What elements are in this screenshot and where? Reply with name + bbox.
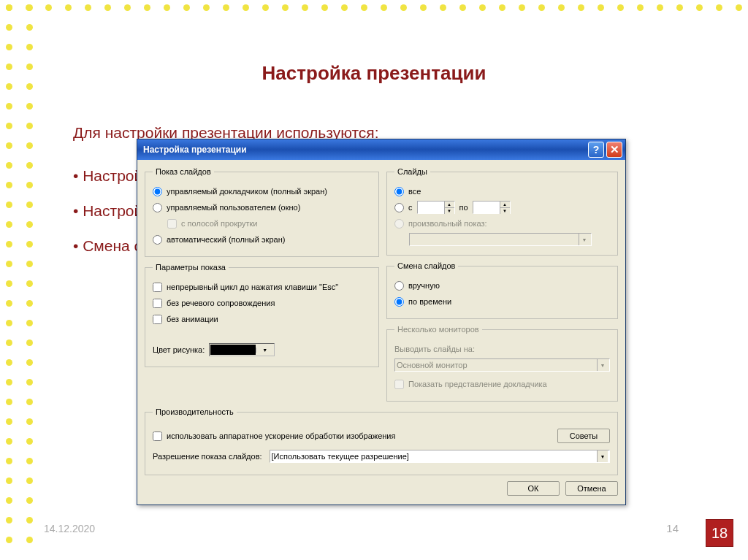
group-show-params: Параметры показа непрерывный цикл до наж… — [145, 263, 379, 367]
legend-slides: Слайды — [394, 167, 430, 176]
check-hw-accel[interactable]: использовать аппаратное ускорение обрабо… — [153, 429, 550, 442]
radio-user[interactable]: управляемый пользователем (окно) — [153, 201, 371, 214]
group-advance: Смена слайдов вручную по времени — [386, 261, 618, 319]
from-label: с — [408, 203, 413, 212]
radio-custom-input — [394, 219, 404, 229]
radio-manual-label: вручную — [408, 281, 440, 290]
slide-title: Настройка презентации — [0, 62, 748, 85]
check-no-anim-label: без анимации — [167, 315, 218, 323]
decor-dots-left2 — [26, 4, 33, 543]
group-monitors: Несколько мониторов Выводить слайды на: … — [386, 325, 618, 402]
check-loop[interactable]: непрерывный цикл до нажатия клавиши "Esc… — [153, 280, 371, 294]
radio-manual-input[interactable] — [394, 281, 404, 291]
spin-down-icon[interactable]: ▼ — [500, 208, 510, 214]
spin-down-icon[interactable]: ▼ — [444, 208, 454, 214]
check-scrollbar-label: с полосой прокрутки — [181, 219, 257, 228]
check-scrollbar: с полосой прокрутки — [167, 217, 371, 230]
pen-color-swatch — [210, 345, 256, 355]
cancel-button[interactable]: Отмена — [565, 481, 618, 496]
check-loop-input[interactable] — [153, 283, 162, 292]
legend-performance: Производительность — [153, 407, 237, 416]
radio-all-label: все — [408, 187, 421, 196]
spin-up-icon[interactable]: ▲ — [500, 202, 510, 208]
chevron-down-icon: ▼ — [597, 359, 608, 371]
titlebar[interactable]: Настройка презентации ? ✕ — [137, 139, 625, 160]
resolution-value: [Использовать текущее разрешение] — [272, 452, 597, 461]
page-number-gray: 14 — [666, 522, 679, 534]
check-hw-accel-input[interactable] — [153, 431, 162, 441]
check-presenter-view-label: Показать представление докладчика — [408, 380, 547, 388]
resolution-combo[interactable]: [Использовать текущее разрешение] ▼ — [270, 450, 610, 463]
footer-date: 14.12.2020 — [44, 523, 95, 534]
check-no-voice[interactable]: без речевого сопровождения — [153, 296, 371, 310]
from-input[interactable] — [418, 202, 444, 213]
monitor-value: Основной монитор — [397, 361, 597, 369]
radio-timing-label: по времени — [408, 297, 451, 306]
radio-custom-label: произвольный показ: — [408, 219, 487, 228]
check-presenter-view-input — [394, 380, 404, 389]
dialog-title: Настройка презентации — [143, 145, 247, 155]
spin-up-icon[interactable]: ▲ — [444, 202, 454, 208]
group-show-type: Показ слайдов управляемый докладчиком (п… — [145, 167, 379, 257]
chevron-down-icon: ▼ — [256, 348, 273, 353]
chevron-down-icon[interactable]: ▼ — [597, 450, 608, 462]
pen-color-label: Цвет рисунка: — [153, 345, 205, 354]
check-no-anim-input[interactable] — [153, 315, 162, 324]
hints-button[interactable]: Советы — [557, 429, 610, 443]
pen-color-picker[interactable]: ▼ — [209, 343, 275, 356]
to-input[interactable] — [473, 202, 500, 213]
radio-manual[interactable]: вручную — [394, 279, 610, 292]
radio-all-input[interactable] — [394, 187, 404, 196]
radio-auto[interactable]: автоматический (полный экран) — [153, 233, 371, 246]
radio-presenter-input[interactable] — [153, 187, 162, 196]
from-spinner[interactable]: ▲▼ — [417, 201, 455, 214]
radio-all-slides[interactable]: все — [394, 185, 610, 198]
radio-timing[interactable]: по времени — [394, 295, 610, 308]
check-no-voice-label: без речевого сопровождения — [167, 299, 275, 307]
help-button[interactable]: ? — [588, 142, 604, 158]
chevron-down-icon: ▼ — [579, 234, 589, 245]
radio-presenter-label: управляемый докладчиком (полный экран) — [167, 187, 327, 196]
radio-auto-label: автоматический (полный экран) — [167, 235, 285, 244]
resolution-label: Разрешение показа слайдов: — [153, 452, 262, 461]
check-no-anim[interactable]: без анимации — [153, 312, 371, 326]
check-no-voice-input[interactable] — [153, 299, 162, 308]
to-label: по — [459, 203, 468, 212]
radio-custom-show: произвольный показ: — [394, 217, 610, 230]
check-scrollbar-input — [167, 219, 177, 229]
radio-range-input[interactable] — [394, 203, 404, 212]
radio-timing-input[interactable] — [394, 297, 404, 307]
legend-show-type: Показ слайдов — [153, 167, 214, 176]
custom-show-combo: ▼ — [409, 233, 592, 246]
page-number-red: 18 — [706, 519, 733, 547]
close-button[interactable]: ✕ — [606, 142, 622, 158]
check-loop-label: непрерывный цикл до нажатия клавиши "Esc… — [167, 283, 338, 291]
close-icon: ✕ — [610, 143, 619, 156]
radio-presenter[interactable]: управляемый докладчиком (полный экран) — [153, 185, 371, 198]
to-spinner[interactable]: ▲▼ — [473, 201, 511, 214]
check-hw-accel-label: использовать аппаратное ускорение обрабо… — [167, 431, 395, 440]
check-presenter-view: Показать представление докладчика — [394, 377, 610, 391]
radio-auto-input[interactable] — [153, 235, 162, 245]
ok-button[interactable]: ОК — [507, 481, 560, 496]
radio-user-label: управляемый пользователем (окно) — [167, 203, 300, 212]
legend-advance: Смена слайдов — [394, 261, 458, 270]
radio-user-input[interactable] — [153, 203, 162, 212]
group-slides: Слайды все с ▲▼ по — [386, 167, 618, 256]
output-label: Выводить слайды на: — [394, 342, 610, 356]
legend-monitors: Несколько мониторов — [394, 325, 482, 334]
legend-show-params: Параметры показа — [153, 263, 229, 272]
presentation-settings-dialog: Настройка презентации ? ✕ Показ слайдов … — [137, 139, 626, 505]
group-performance: Производительность использовать аппаратн… — [145, 407, 618, 475]
decor-dots-top — [6, 4, 742, 11]
decor-dots-left1 — [6, 4, 12, 543]
row-slide-range: с ▲▼ по ▲▼ — [394, 201, 610, 214]
monitor-combo: Основной монитор ▼ — [394, 358, 610, 372]
